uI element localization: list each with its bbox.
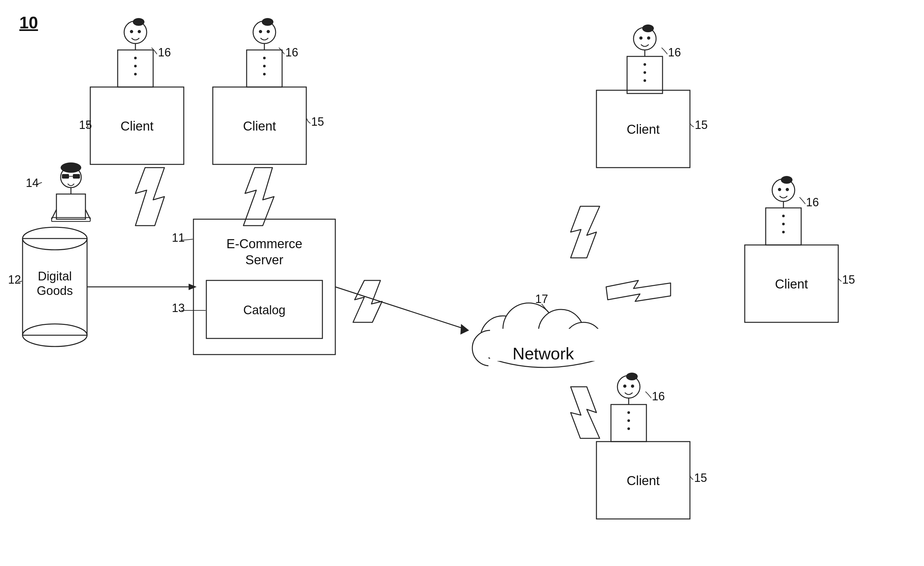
diagram: 10 bbox=[0, 0, 924, 566]
svg-point-23 bbox=[644, 79, 646, 82]
ref-15-rb: 15 bbox=[694, 471, 707, 484]
ref-15-tm: 15 bbox=[311, 115, 324, 128]
bolt-tl-server bbox=[135, 168, 164, 226]
svg-point-17 bbox=[642, 24, 654, 32]
person-top-left bbox=[118, 18, 153, 87]
client-label-right-top: Client bbox=[627, 122, 660, 136]
svg-point-9 bbox=[262, 18, 273, 26]
svg-point-1 bbox=[133, 18, 144, 26]
person-top-mid bbox=[247, 18, 282, 87]
svg-point-3 bbox=[138, 30, 141, 33]
svg-point-35 bbox=[631, 385, 634, 388]
svg-point-21 bbox=[644, 63, 646, 66]
svg-rect-43 bbox=[73, 174, 80, 178]
svg-marker-60 bbox=[606, 280, 670, 301]
digital-goods-label1: Digital bbox=[38, 270, 72, 283]
svg-marker-56 bbox=[135, 168, 164, 226]
ref-15-rm: 15 bbox=[842, 273, 855, 286]
svg-point-7 bbox=[134, 73, 137, 75]
svg-point-29 bbox=[782, 215, 785, 217]
ref-13: 13 bbox=[172, 301, 185, 314]
ref-16-tl: 16 bbox=[158, 46, 171, 59]
svg-point-37 bbox=[627, 411, 630, 414]
ref-12: 12 bbox=[8, 273, 21, 286]
svg-marker-59 bbox=[571, 206, 600, 258]
svg-rect-42 bbox=[62, 174, 69, 178]
bolt-tm-server bbox=[243, 168, 274, 226]
svg-point-34 bbox=[623, 385, 626, 388]
ref-16-rb: 16 bbox=[652, 390, 665, 403]
svg-point-14 bbox=[263, 65, 266, 67]
diagram-svg: Client Client Client Client Client E-Com… bbox=[0, 0, 924, 566]
network-label: Network bbox=[513, 344, 574, 363]
arrowhead-server-network bbox=[460, 324, 469, 335]
server-label-line2: Server bbox=[245, 253, 284, 267]
person-right-top bbox=[627, 24, 663, 93]
ref-14: 14 bbox=[26, 176, 39, 190]
bolt-network-rm bbox=[606, 280, 670, 301]
ref-17: 17 bbox=[535, 292, 548, 305]
svg-point-30 bbox=[782, 223, 785, 225]
svg-marker-57 bbox=[243, 168, 274, 226]
svg-point-2 bbox=[130, 30, 133, 33]
svg-point-38 bbox=[627, 419, 630, 422]
arrowhead-cylinder-server bbox=[189, 284, 196, 290]
svg-point-18 bbox=[639, 36, 642, 40]
catalog-label: Catalog bbox=[243, 303, 286, 317]
client-label-right-bot: Client bbox=[627, 473, 660, 488]
svg-point-27 bbox=[786, 188, 789, 191]
ref-16-tm: 16 bbox=[285, 46, 298, 59]
svg-point-31 bbox=[782, 231, 785, 234]
svg-point-10 bbox=[259, 30, 262, 33]
svg-marker-61 bbox=[571, 387, 600, 438]
svg-point-22 bbox=[644, 71, 646, 74]
bolt-network-rt bbox=[571, 206, 600, 258]
svg-point-25 bbox=[781, 176, 792, 184]
ref-11: 11 bbox=[172, 231, 185, 244]
ref-16-rm: 16 bbox=[806, 196, 819, 209]
svg-point-26 bbox=[778, 188, 781, 191]
digital-goods-label2: Goods bbox=[37, 284, 73, 298]
client-label-top-mid: Client bbox=[243, 119, 276, 133]
cloud-network: Network bbox=[472, 303, 606, 374]
ref-15-rt: 15 bbox=[695, 118, 708, 132]
svg-point-5 bbox=[134, 57, 137, 59]
bolt-network-rb bbox=[571, 387, 600, 438]
svg-point-39 bbox=[627, 427, 630, 430]
person-right-bot bbox=[611, 373, 646, 442]
bolt-server-network bbox=[353, 280, 382, 322]
person-digital-goods bbox=[52, 162, 90, 222]
svg-point-6 bbox=[134, 65, 137, 67]
svg-point-15 bbox=[263, 73, 266, 75]
svg-point-13 bbox=[263, 57, 266, 59]
server-label-line1: E-Commerce bbox=[226, 237, 302, 251]
ref-16-rt: 16 bbox=[668, 46, 681, 59]
svg-point-11 bbox=[267, 30, 270, 33]
svg-point-41 bbox=[61, 162, 81, 173]
client-label-top-left: Client bbox=[121, 119, 153, 133]
person-right-mid bbox=[766, 176, 801, 245]
svg-point-19 bbox=[647, 36, 650, 40]
client-label-right-mid: Client bbox=[775, 277, 808, 291]
svg-marker-58 bbox=[353, 280, 382, 322]
ref-15-tl: 15 bbox=[79, 118, 92, 132]
svg-point-33 bbox=[626, 373, 638, 380]
